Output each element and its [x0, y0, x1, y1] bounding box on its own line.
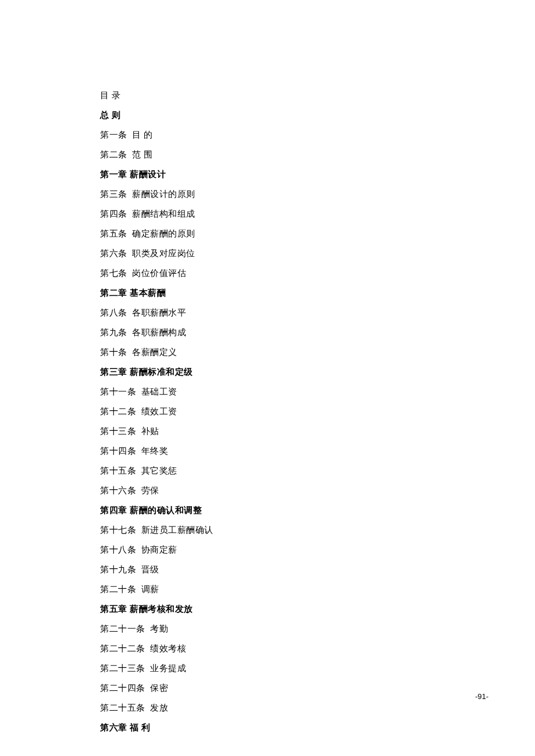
item-title: 发放 — [150, 703, 168, 712]
item-label: 第十二条 — [100, 407, 136, 416]
chapter1-header: 第一章 薪酬设计 — [100, 166, 435, 183]
toc-item: 第五条 确定薪酬的原则 — [100, 225, 435, 242]
item-title: 薪酬设计的原则 — [132, 189, 195, 199]
item-label: 第十四条 — [100, 446, 136, 456]
item-label: 第二条 — [100, 150, 127, 159]
item-label: 第十一条 — [100, 387, 136, 396]
toc-item: 第十八条 协商定薪 — [100, 542, 435, 558]
toc-item: 第七条 岗位价值评估 — [100, 265, 435, 282]
toc-item: 第十条 各薪酬定义 — [100, 344, 435, 361]
item-title: 保密 — [150, 683, 168, 693]
document-content: 目 录 总 则 第一条 目 的 第二条 范 围 第一章 薪酬设计 第三条 薪酬设… — [0, 0, 535, 736]
item-title: 劳保 — [141, 486, 159, 495]
item-label: 第二十四条 — [100, 683, 145, 693]
item-title: 调薪 — [141, 585, 159, 594]
item-title: 目 的 — [132, 130, 152, 139]
item-title: 职类及对应岗位 — [132, 249, 195, 258]
toc-item: 第一条 目 的 — [100, 127, 435, 144]
item-label: 第二十条 — [100, 585, 136, 594]
toc-item: 第二十五条 发放 — [100, 700, 435, 716]
item-title: 各职薪酬构成 — [132, 328, 186, 337]
toc-item: 第十二条 绩效工资 — [100, 403, 435, 420]
item-label: 第二十五条 — [100, 703, 145, 712]
toc-item: 第十九条 晋级 — [100, 561, 435, 578]
item-label: 第十九条 — [100, 565, 136, 574]
item-title: 薪酬结构和组成 — [132, 209, 195, 218]
item-title: 考勤 — [150, 624, 168, 633]
item-label: 第五条 — [100, 229, 127, 238]
item-label: 第四条 — [100, 209, 127, 218]
item-title: 各职薪酬水平 — [132, 308, 186, 317]
section-general-header: 总 则 — [100, 107, 435, 124]
toc-item: 第二十二条 绩效考核 — [100, 640, 435, 657]
item-label: 第二十二条 — [100, 644, 145, 653]
item-title: 补贴 — [141, 427, 159, 436]
item-title: 年终奖 — [141, 446, 169, 456]
toc-item: 第十一条 基础工资 — [100, 384, 435, 400]
chapter3-header: 第三章 薪酬标准和定级 — [100, 364, 435, 381]
item-label: 第七条 — [100, 268, 127, 278]
item-title: 其它奖惩 — [141, 466, 177, 475]
item-label: 第十五条 — [100, 466, 136, 475]
item-title: 业务提成 — [150, 664, 186, 673]
item-label: 第二十一条 — [100, 624, 145, 633]
item-label: 第十条 — [100, 347, 127, 357]
item-title: 协商定薪 — [141, 545, 177, 554]
item-title: 确定薪酬的原则 — [132, 229, 195, 238]
chapter2-header: 第二章 基本薪酬 — [100, 285, 435, 302]
item-title: 绩效工资 — [141, 407, 177, 416]
page-number: -91- — [475, 692, 488, 701]
chapter4-header: 第四章 薪酬的确认和调整 — [100, 502, 435, 519]
toc-item: 第十七条 新进员工薪酬确认 — [100, 522, 435, 539]
item-title: 基础工资 — [141, 387, 177, 396]
toc-item: 第十四条 年终奖 — [100, 443, 435, 460]
item-label: 第一条 — [100, 130, 127, 139]
item-title: 新进员工薪酬确认 — [141, 525, 213, 535]
item-title: 晋级 — [141, 565, 159, 574]
item-label: 第六条 — [100, 249, 127, 258]
toc-item: 第二十一条 考勤 — [100, 621, 435, 637]
chapter5-header: 第五章 薪酬考核和发放 — [100, 601, 435, 618]
toc-item: 第十五条 其它奖惩 — [100, 463, 435, 479]
toc-item: 第二条 范 围 — [100, 146, 435, 163]
toc-item: 第六条 职类及对应岗位 — [100, 245, 435, 262]
item-title: 各薪酬定义 — [132, 347, 177, 357]
toc-item: 第十三条 补贴 — [100, 423, 435, 440]
toc-item: 第三条 薪酬设计的原则 — [100, 186, 435, 203]
toc-item: 第四条 薪酬结构和组成 — [100, 206, 435, 223]
item-label: 第十八条 — [100, 545, 136, 554]
item-label: 第三条 — [100, 189, 127, 199]
item-label: 第十六条 — [100, 486, 136, 495]
toc-item: 第二十四条 保密 — [100, 680, 435, 697]
chapter6-header: 第六章 福 利 — [100, 719, 435, 736]
toc-item: 第二十三条 业务提成 — [100, 660, 435, 677]
item-label: 第九条 — [100, 328, 127, 337]
item-label: 第十七条 — [100, 525, 136, 535]
toc-item: 第八条 各职薪酬水平 — [100, 304, 435, 321]
toc-item: 第二十条 调薪 — [100, 581, 435, 598]
item-title: 岗位价值评估 — [132, 268, 186, 278]
item-title: 绩效考核 — [150, 644, 186, 653]
item-title: 范 围 — [132, 150, 152, 159]
item-label: 第十三条 — [100, 427, 136, 436]
toc-header: 目 录 — [100, 87, 435, 104]
item-label: 第二十三条 — [100, 664, 145, 673]
item-label: 第八条 — [100, 308, 127, 317]
toc-item: 第十六条 劳保 — [100, 482, 435, 499]
toc-item: 第九条 各职薪酬构成 — [100, 324, 435, 341]
